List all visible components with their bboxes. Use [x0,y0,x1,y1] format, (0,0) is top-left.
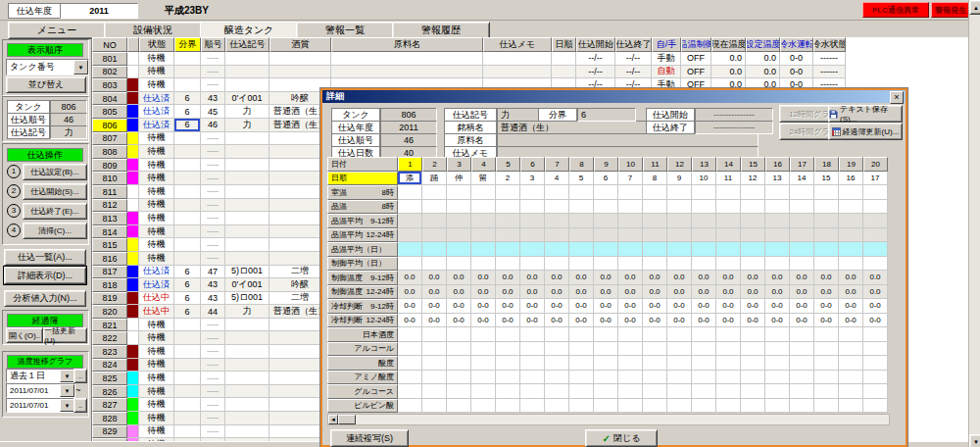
grid-cell[interactable] [667,200,692,215]
grid-cell[interactable]: 0-0 [447,299,471,314]
grid-cell[interactable]: 7 [618,172,643,186]
grid-cell[interactable] [716,342,741,357]
grid-cell[interactable] [496,384,520,399]
row-header[interactable]: 807 [92,132,127,146]
grid-cell[interactable] [765,356,790,371]
grid-cell[interactable] [447,399,471,414]
grid-cell[interactable] [422,242,447,257]
row-header[interactable]: 812 [92,199,127,213]
table-cell[interactable] [174,359,201,372]
grid-cell[interactable] [520,242,545,257]
table-cell[interactable] [127,238,139,252]
grid-cell[interactable] [692,242,716,257]
row-header[interactable]: 822 [92,331,127,345]
table-cell[interactable]: 43 [201,92,225,106]
table-cell[interactable] [225,212,270,225]
column-header[interactable]: 仕込開始 [576,37,615,52]
table-cell[interactable] [225,132,270,146]
table-cell[interactable]: 仕込済 [139,92,174,106]
row-header[interactable]: 824 [92,359,127,372]
grid-cell[interactable]: 0-0 [520,314,545,328]
grid-cell[interactable] [741,200,765,215]
row-header[interactable]: 813 [92,212,127,225]
grid-cell[interactable] [520,228,545,243]
table-cell[interactable]: 0.0 [711,52,746,66]
grid-cell[interactable]: 0.0 [422,285,447,300]
grid-cell[interactable] [667,356,692,371]
grid-cell[interactable] [716,384,741,399]
table-cell[interactable]: ---- [201,412,225,425]
table-cell[interactable]: ------ [813,52,846,66]
grid-cell[interactable]: 0.0 [545,285,569,300]
row-header[interactable]: 809 [92,159,127,173]
row-header[interactable]: 826 [92,385,127,399]
grid-cell[interactable] [814,214,839,228]
grid-cell[interactable] [569,356,594,371]
grid-cell[interactable] [520,214,545,228]
table-cell[interactable]: 仕込中 [139,292,174,306]
date-from-combobox[interactable]: 2011/07/01 ▼ [6,383,75,398]
table-cell[interactable]: ---- [201,185,225,199]
logbook-bulk-update-button[interactable]: 一括更新(U).. [43,327,87,343]
table-cell[interactable]: 待機 [139,359,174,372]
table-cell[interactable]: 待機 [139,412,174,425]
grid-cell[interactable] [594,214,618,228]
grid-cell[interactable] [496,257,520,272]
table-cell[interactable]: --/-- [576,66,615,79]
table-cell[interactable]: --/-- [615,52,652,66]
grid-cell[interactable] [496,185,520,200]
table-cell[interactable] [127,145,139,159]
table-cell[interactable] [127,292,139,306]
table-cell[interactable]: 46 [201,119,225,132]
table-cell[interactable] [127,412,139,425]
grid-cell[interactable] [447,242,471,257]
table-cell[interactable]: ---- [201,398,225,412]
batch-list-button[interactable]: 仕込一覧(A)... [4,249,86,266]
grid-cell[interactable] [692,257,716,272]
grid-cell[interactable] [594,228,618,243]
table-cell[interactable]: 仕込済 [139,105,174,119]
grid-cell[interactable] [398,356,422,371]
row-header[interactable]: 818 [92,278,127,292]
grid-cell[interactable] [790,214,814,228]
grid-cell[interactable] [790,242,814,257]
grid-cell[interactable] [569,371,594,385]
table-cell[interactable] [127,252,139,266]
grid-cell[interactable] [569,185,594,200]
alarm-occurred-button[interactable]: 警報発生 [931,2,970,18]
table-cell[interactable]: 待機 [139,145,174,159]
table-cell[interactable] [174,252,201,266]
table-cell[interactable]: ---- [201,159,225,173]
table-cell[interactable]: ---- [201,145,225,159]
dialog-titlebar[interactable]: 詳細 [322,90,906,103]
table-cell[interactable] [127,398,139,412]
table-cell[interactable] [331,52,483,66]
table-cell[interactable]: ---- [201,345,225,359]
grid-cell[interactable]: 0.0 [765,285,790,300]
grid-cell[interactable] [398,200,422,215]
grid-cell[interactable] [741,242,765,257]
grid-cell[interactable] [716,200,741,215]
grid-cell[interactable] [863,185,888,200]
table-cell[interactable]: 力 [225,119,270,132]
grid-cell[interactable] [643,327,667,342]
table-cell[interactable] [225,425,270,439]
table-cell[interactable] [225,145,270,159]
grid-cell[interactable]: 仲 [447,172,471,186]
grid-cell[interactable] [765,200,790,215]
grid-cell[interactable] [839,242,863,257]
table-cell[interactable]: 待機 [139,425,174,439]
grid-cell[interactable]: 8 [643,172,667,186]
dlg-material-field[interactable] [497,133,759,147]
grid-cell[interactable] [741,228,765,243]
grid-cell[interactable] [520,257,545,272]
grid-cell[interactable] [422,327,447,342]
grid-cell[interactable]: 6 [594,172,618,186]
row-header[interactable]: 819 [92,292,127,306]
table-cell[interactable] [225,52,270,66]
grid-cell[interactable] [643,371,667,385]
grid-cell[interactable] [422,399,447,414]
row-header[interactable]: 821 [92,319,127,332]
row-header[interactable]: 803 [92,78,127,92]
grid-cell[interactable] [545,228,569,243]
